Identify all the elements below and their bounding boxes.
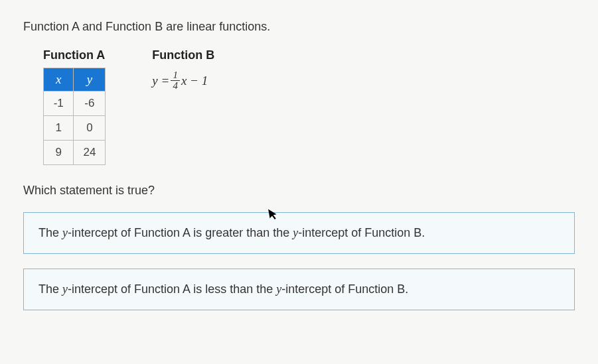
eq-left: y = bbox=[152, 74, 169, 88]
table-header-row: x y bbox=[44, 68, 106, 91]
header-x: x bbox=[44, 68, 74, 91]
eq-right: x − 1 bbox=[181, 74, 208, 88]
function-a-title: Function A bbox=[43, 48, 106, 62]
opt-a-post: -intercept of Function B. bbox=[298, 226, 425, 239]
function-b-equation: y = 1 4 x − 1 bbox=[152, 70, 214, 91]
opt-a-var: y bbox=[62, 226, 68, 239]
cell-y: 24 bbox=[74, 141, 106, 165]
opt-b-mid: -intercept of Function A is less than th… bbox=[68, 282, 276, 296]
cell-x: 9 bbox=[44, 141, 74, 165]
option-a[interactable]: The y-intercept of Function A is greater… bbox=[23, 212, 575, 254]
question-text: Which statement is true? bbox=[23, 184, 575, 198]
function-b-block: Function B y = 1 4 x − 1 bbox=[152, 48, 214, 165]
table-row: 9 24 bbox=[44, 141, 106, 165]
opt-b-var: y bbox=[62, 282, 68, 296]
opt-b-pre: The bbox=[38, 282, 62, 296]
cell-y: -6 bbox=[74, 91, 106, 116]
opt-a-pre: The bbox=[38, 226, 62, 239]
functions-row: Function A x y -1 -6 1 0 9 24 Function B… bbox=[43, 48, 575, 165]
cell-x: 1 bbox=[44, 116, 74, 141]
opt-a-mid: -intercept of Function A is greater than… bbox=[68, 226, 293, 239]
eq-fraction: 1 4 bbox=[171, 70, 180, 91]
eq-numerator: 1 bbox=[171, 70, 180, 80]
function-a-table: x y -1 -6 1 0 9 24 bbox=[43, 68, 106, 165]
function-a-block: Function A x y -1 -6 1 0 9 24 bbox=[43, 48, 106, 165]
option-b[interactable]: The y-intercept of Function A is less th… bbox=[23, 269, 575, 310]
intro-text: Function A and Function B are linear fun… bbox=[23, 20, 575, 34]
eq-denominator: 4 bbox=[171, 80, 180, 91]
opt-b-post: -intercept of Function B. bbox=[281, 282, 408, 296]
table-row: -1 -6 bbox=[44, 91, 106, 116]
header-y: y bbox=[74, 68, 106, 91]
table-row: 1 0 bbox=[44, 116, 106, 141]
function-b-title: Function B bbox=[152, 48, 214, 62]
cursor-icon bbox=[267, 207, 281, 225]
cell-x: -1 bbox=[44, 91, 74, 116]
cell-y: 0 bbox=[74, 116, 106, 141]
